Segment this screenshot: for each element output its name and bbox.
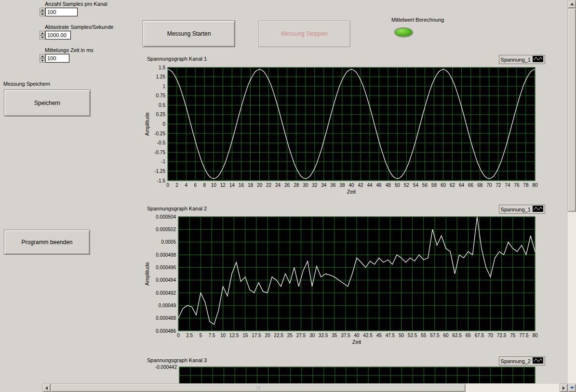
x-tick-label: 56 (422, 183, 428, 188)
x-tick-label: 77.5 (519, 333, 529, 338)
y-tick-label: 1 (162, 84, 165, 89)
down-arrow-icon (570, 387, 574, 389)
voltage-graph-channel-1: Spannungsgraph Kanal 1 Spannung_1 024681… (143, 54, 547, 197)
y-tick-label: 0.000486 (156, 328, 176, 334)
x-tick-label: 32.5 (319, 333, 328, 338)
x-tick-label: 80 (532, 333, 538, 338)
samples-spinner[interactable] (40, 8, 45, 16)
x-tick-label: 54 (413, 183, 419, 188)
avg-time-increment-button[interactable] (40, 54, 45, 58)
avg-time-label: Mittelungs Zeit in ms (45, 47, 94, 53)
exit-program-button[interactable]: Programm beenden (4, 230, 90, 255)
x-tick-label: 40 (354, 333, 360, 338)
samples-label: Anzahl Samples pro Kanal (45, 1, 107, 7)
y-tick-label: 0.000496 (156, 265, 176, 270)
graph-title: Spannungsgraph Kanal 3 (147, 357, 207, 363)
x-tick-label: 75 (510, 333, 516, 338)
x-tick-label: 10 (211, 183, 217, 188)
x-tick-label: 10 (220, 333, 226, 338)
y-tick-label: -1.25 (154, 169, 165, 174)
y-tick-label: 0.75 (156, 93, 166, 98)
x-tick-label: 62.5 (452, 333, 462, 338)
scroll-left-button[interactable] (42, 384, 51, 392)
x-tick-label: 47.5 (386, 333, 395, 338)
spin-up-icon (41, 9, 44, 11)
rate-increment-button[interactable] (40, 31, 45, 35)
graph-title: Spannungsgraph Kanal 2 (147, 206, 207, 211)
left-arrow-icon (45, 386, 48, 390)
x-tick-label: 17.5 (252, 333, 261, 338)
avg-time-decrement-button[interactable] (40, 58, 45, 63)
rate-spinner[interactable] (40, 31, 45, 39)
x-tick-label: 20 (257, 183, 263, 188)
x-tick-label: 12.5 (229, 333, 239, 338)
save-button[interactable]: Speichern (4, 90, 91, 117)
x-tick-label: 36 (330, 183, 336, 188)
x-tick-label: 72 (496, 183, 501, 188)
start-measurement-button[interactable]: Messung Starten (143, 20, 235, 47)
plot-legend[interactable]: Spannung_1 (499, 55, 545, 64)
x-tick-label: 50 (395, 183, 401, 188)
avg-time-input[interactable] (45, 54, 69, 63)
x-tick-label: 16 (239, 183, 244, 188)
save-measurement-label: Messung Speichern (3, 81, 50, 87)
samples-decrement-button[interactable] (40, 12, 45, 16)
y-tick-label: 0 (162, 121, 165, 127)
rate-input[interactable] (45, 31, 71, 39)
x-tick-label: 2 (175, 183, 178, 188)
rate-decrement-button[interactable] (40, 35, 45, 39)
x-tick-label: 32 (312, 183, 318, 188)
vertical-scroll-thumb[interactable] (568, 8, 576, 212)
x-tick-label: 42 (358, 183, 364, 188)
y-tick-label: 0.000492 (156, 290, 176, 296)
x-tick-label: 64 (459, 183, 465, 188)
stop-measurement-button[interactable]: Messung Stoppen (258, 20, 350, 47)
samples-input[interactable] (45, 8, 78, 16)
x-tick-label: 25 (287, 333, 293, 338)
x-tick-label: 20 (265, 333, 270, 338)
scroll-right-button[interactable] (560, 384, 568, 392)
x-tick-label: 48 (386, 183, 391, 188)
up-arrow-icon (570, 3, 574, 5)
plot-area: 02.557.51012.51517.52022.52527.53032.535… (143, 204, 547, 348)
x-tick-label: 44 (367, 183, 373, 188)
y-tick-label: -1.5 (157, 178, 166, 183)
y-tick-label: -0.000442 (155, 365, 177, 370)
scroll-down-button[interactable] (568, 384, 576, 392)
spin-up-icon (41, 55, 44, 57)
x-tick-label: 66 (468, 183, 474, 188)
spin-down-icon (41, 37, 44, 39)
y-tick-label: 0.000488 (156, 315, 176, 321)
scroll-up-button[interactable] (568, 0, 576, 8)
legend-plot-name: Spannung_2 (501, 358, 531, 364)
x-tick-label: 57.5 (430, 333, 440, 338)
horizontal-scrollbar[interactable] (42, 384, 568, 392)
avg-time-spinner[interactable] (40, 54, 45, 63)
x-tick-label: 24 (275, 183, 281, 188)
x-tick-label: 46 (376, 183, 382, 188)
x-tick-label: 74 (505, 183, 510, 188)
x-tick-label: 40 (348, 183, 354, 188)
x-axis-label: Zeit (347, 189, 356, 195)
voltage-graph-channel-2: Spannungsgraph Kanal 2 Spannung_1 02.557… (143, 204, 547, 348)
kanal2-plot-svg: 02.557.51012.51517.52022.52527.53032.535… (143, 204, 547, 348)
y-axis-label: Amplitude (144, 262, 150, 286)
x-tick-label: 65 (466, 333, 471, 338)
horizontal-scroll-thumb[interactable] (51, 384, 466, 392)
voltage-graph-channel-3: Spannungsgraph Kanal 3 Spannung_2 -0.000… (143, 355, 547, 383)
right-arrow-icon (563, 386, 565, 390)
thumb-grip (255, 386, 261, 390)
y-tick-label: 0.000504 (156, 214, 176, 220)
y-tick-label: 0.5 (159, 103, 165, 108)
plot-legend[interactable]: Spannung_2 (499, 356, 545, 366)
x-tick-label: 60 (443, 333, 449, 338)
x-tick-label: 52 (404, 183, 410, 188)
x-tick-label: 78 (523, 183, 529, 188)
y-tick-label: -0.75 (154, 150, 165, 155)
plot-style-icon (533, 357, 543, 365)
vertical-scrollbar[interactable] (568, 0, 576, 392)
mean-calculation-led-switch[interactable] (394, 27, 413, 37)
samples-increment-button[interactable] (40, 8, 45, 12)
plot-legend[interactable]: Spannung_1 (499, 205, 545, 214)
x-tick-label: 28 (294, 183, 299, 188)
